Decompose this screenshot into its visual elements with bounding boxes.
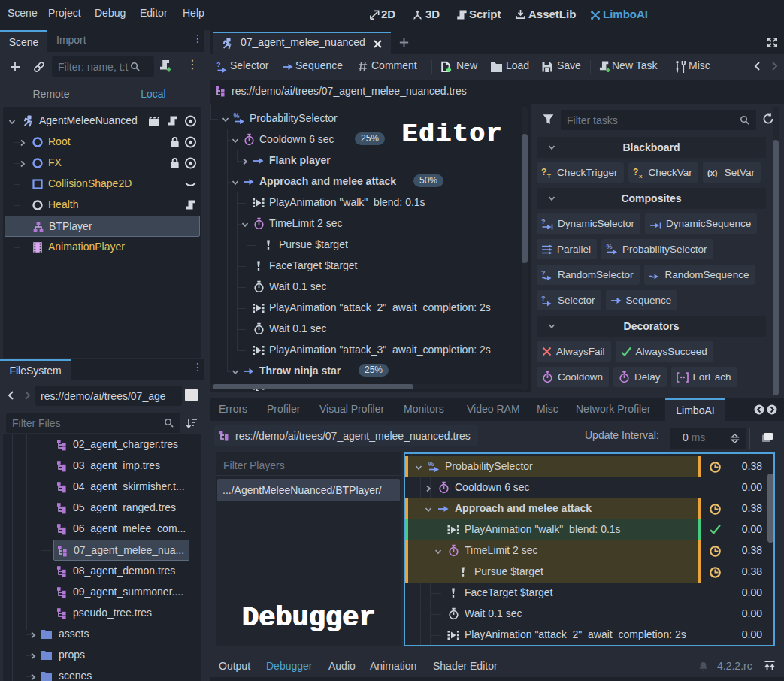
svg-text:%: % [234, 112, 240, 120]
svg-text:%: % [428, 460, 434, 468]
svg-text:?: ? [633, 167, 638, 177]
svg-text:?: ? [541, 167, 546, 177]
svg-text:x: x [639, 173, 643, 179]
svg-text:?: ? [541, 218, 546, 225]
svg-text:?: ? [216, 61, 221, 68]
svg-text:T: T [547, 173, 551, 179]
svg-text:%: % [607, 243, 613, 250]
svg-text:(x): (x) [707, 168, 718, 177]
svg-text:?: ? [541, 295, 546, 302]
svg-text:?: ? [541, 269, 546, 277]
